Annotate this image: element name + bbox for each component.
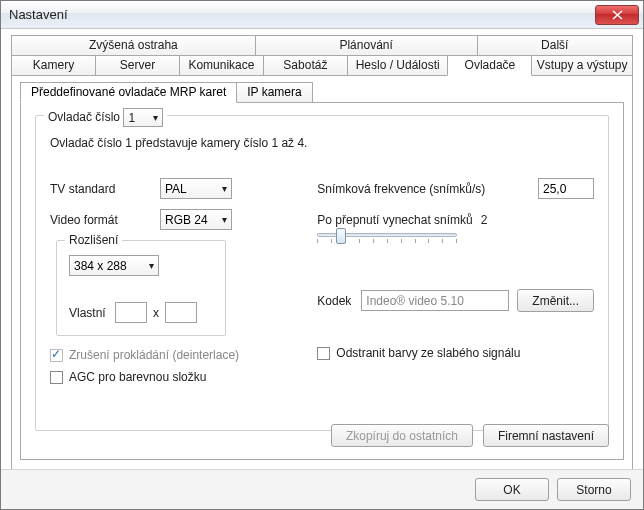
resolution-value: 384 x 288	[74, 259, 127, 273]
settings-window: Nastavení Zvýšená ostraha Plánování Dalš…	[0, 0, 644, 510]
tabrow-bottom: Kamery Server Komunikace Sabotáž Heslo /…	[11, 55, 633, 76]
chevron-down-icon: ▾	[153, 112, 158, 123]
video-format-label: Video formát	[50, 213, 160, 227]
subtab-ip-camera[interactable]: IP kamera	[236, 82, 312, 103]
tab-server[interactable]: Server	[95, 55, 180, 76]
resolution-select[interactable]: 384 x 288 ▾	[69, 255, 159, 276]
titlebar: Nastavení	[1, 1, 643, 29]
subtab-mrp-drivers[interactable]: Předdefinované ovladače MRP karet	[20, 82, 237, 103]
driver-legend-prefix: Ovladač číslo	[48, 110, 120, 124]
tab-sabotage[interactable]: Sabotáž	[263, 55, 348, 76]
group-driver-legend: Ovladač číslo 1 ▾	[44, 108, 167, 127]
window-title: Nastavení	[9, 7, 595, 22]
subtab-row: Předdefinované ovladače MRP karet IP kam…	[20, 82, 624, 103]
close-icon	[612, 10, 623, 20]
factory-settings-button[interactable]: Firemní nastavení	[483, 424, 609, 447]
remove-colors-label: Odstranit barvy ze slabého signálu	[336, 346, 520, 360]
codec-value	[361, 290, 509, 311]
group-resolution: Rozlišení 384 x 288 ▾ Vlastní x	[56, 240, 226, 336]
tv-standard-select[interactable]: PAL ▾	[160, 178, 232, 199]
tab-more[interactable]: Další	[477, 35, 634, 56]
codec-label: Kodek	[317, 294, 361, 308]
tab-cameras[interactable]: Kamery	[11, 55, 96, 76]
skip-frames-value: 2	[481, 213, 488, 227]
group-driver: Ovladač číslo 1 ▾ Ovladač číslo 1 předst…	[35, 115, 609, 431]
left-column: TV standard PAL ▾ Video formát RGB 24	[50, 178, 317, 384]
driver-number-select[interactable]: 1 ▾	[123, 108, 163, 127]
subtab-panel-mrp: Ovladač číslo 1 ▾ Ovladač číslo 1 předst…	[20, 102, 624, 460]
content-area: Zvýšená ostraha Plánování Další Kamery S…	[11, 35, 633, 465]
copy-to-others-button[interactable]: Zkopíruj do ostatních	[331, 424, 473, 447]
custom-label: Vlastní	[69, 306, 115, 320]
deinterlace-checkbox[interactable]	[50, 349, 63, 362]
tab-io[interactable]: Vstupy a výstupy	[531, 55, 633, 76]
deinterlace-label: Zrušení prokládání (deinterlace)	[69, 348, 239, 362]
skip-frames-slider[interactable]	[317, 233, 594, 243]
agc-checkbox[interactable]	[50, 371, 63, 384]
fps-input[interactable]	[538, 178, 594, 199]
dialog-footer: OK Storno	[1, 469, 643, 509]
tv-standard-label: TV standard	[50, 182, 160, 196]
codec-change-button[interactable]: Změnit...	[517, 289, 594, 312]
tv-standard-value: PAL	[165, 182, 187, 196]
agc-label: AGC pro barevnou složku	[69, 370, 206, 384]
video-format-value: RGB 24	[165, 213, 208, 227]
tab-drivers[interactable]: Ovladače	[447, 55, 532, 76]
driver-description: Ovladač číslo 1 představuje kamery číslo…	[50, 136, 594, 150]
slider-thumb[interactable]	[336, 228, 346, 244]
driver-number-value: 1	[128, 111, 135, 125]
right-column: Snímková frekvence (snímků/s) Po přepnut…	[317, 178, 594, 384]
tab-password-events[interactable]: Heslo / Události	[347, 55, 449, 76]
custom-height-input[interactable]	[165, 302, 197, 323]
remove-colors-checkbox[interactable]	[317, 347, 330, 360]
close-button[interactable]	[595, 5, 639, 25]
tab-alert[interactable]: Zvýšená ostraha	[11, 35, 256, 56]
tabrow-top: Zvýšená ostraha Plánování Další	[11, 35, 633, 56]
cancel-button[interactable]: Storno	[557, 478, 631, 501]
ok-button[interactable]: OK	[475, 478, 549, 501]
chevron-down-icon: ▾	[222, 214, 227, 225]
fps-label: Snímková frekvence (snímků/s)	[317, 182, 538, 196]
tab-communication[interactable]: Komunikace	[179, 55, 264, 76]
video-format-select[interactable]: RGB 24 ▾	[160, 209, 232, 230]
chevron-down-icon: ▾	[149, 260, 154, 271]
custom-width-input[interactable]	[115, 302, 147, 323]
resolution-legend: Rozlišení	[65, 233, 122, 247]
custom-x-label: x	[153, 306, 159, 320]
skip-frames-label: Po přepnutí vynechat snímků	[317, 213, 472, 227]
chevron-down-icon: ▾	[222, 183, 227, 194]
tab-planning[interactable]: Plánování	[255, 35, 478, 56]
tab-panel-drivers: Předdefinované ovladače MRP karet IP kam…	[11, 75, 633, 475]
